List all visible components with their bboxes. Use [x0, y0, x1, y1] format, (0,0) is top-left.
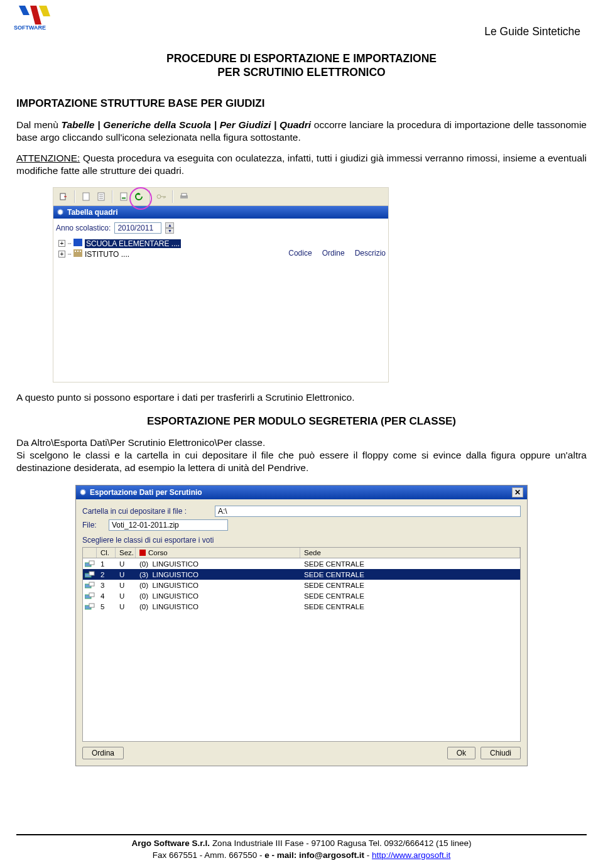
table-header: Cl. Sez. Corso Sede: [83, 548, 520, 558]
window-title: Tabella quadri: [67, 208, 117, 217]
dialog-titlebar: ✹Esportazione Dati per Scrutinio ✕: [76, 486, 527, 499]
figure-tabella-quadri: ✹ Tabella quadri Anno scolastico: 2010/2…: [53, 187, 389, 382]
col-sede: Sede: [300, 548, 520, 558]
col-sez: Sez.: [116, 548, 136, 558]
class-table: Cl. Sez. Corso Sede 1U(0) LINGUISTICOSED…: [82, 547, 521, 742]
toolbar-separator: [172, 190, 173, 203]
row-icon: [85, 592, 95, 600]
spin-up-icon[interactable]: ▲: [165, 222, 174, 228]
toolbar: [53, 188, 388, 206]
svg-text:SOFTWARE: SOFTWARE: [14, 24, 46, 31]
expand-icon[interactable]: +: [58, 251, 65, 258]
svg-rect-24: [89, 593, 94, 597]
file-input[interactable]: Voti_12-01-2011.zip: [109, 519, 228, 531]
paragraph-export-intro: A questo punto si possono esportare i da…: [16, 391, 587, 404]
cell-corso: (0) LINGUISTICO: [136, 560, 300, 568]
cell-sez: U: [116, 603, 136, 610]
tree-item-scuola-elementare[interactable]: + ┈ SCUOLA ELEMENTARE ....: [58, 239, 386, 248]
svg-point-9: [157, 195, 161, 198]
cell-cl: 4: [97, 592, 116, 600]
spinner[interactable]: ▲ ▼: [165, 222, 174, 234]
row-icon: [85, 571, 95, 578]
paragraph-menu-path2: Da Altro\Esporta Dati\Per Scrutinio Elet…: [16, 437, 587, 449]
table-row[interactable]: 3U(0) LINGUISTICOSEDE CENTRALE: [83, 580, 520, 590]
svg-rect-15: [77, 251, 79, 252]
cell-corso: (3) LINGUISTICO: [136, 571, 300, 578]
exit-icon[interactable]: [57, 190, 70, 203]
cell-cl: 5: [97, 603, 116, 610]
footer-link[interactable]: http://www.argosoft.it: [372, 850, 450, 860]
cell-corso: (0) LINGUISTICO: [136, 592, 300, 600]
print-icon[interactable]: [178, 190, 190, 203]
cartella-label: Cartella in cui depositare il file :: [82, 507, 211, 516]
cell-sede: SEDE CENTRALE: [300, 582, 520, 589]
title-line1: PROCEDURE DI ESPORTAZIONE E IMPORTAZIONE: [16, 52, 587, 66]
svg-rect-11: [182, 193, 187, 196]
cell-sez: U: [116, 582, 136, 589]
key-icon[interactable]: [155, 190, 168, 203]
chiudi-button[interactable]: Chiudi: [481, 747, 521, 759]
anno-label: Anno scolastico:: [56, 224, 111, 232]
detail-columns: Codice Ordine Descrizio: [286, 247, 388, 259]
cell-sez: U: [116, 560, 136, 568]
building-icon: [73, 249, 82, 259]
col-ordine: Ordine: [320, 247, 347, 259]
ok-button[interactable]: Ok: [447, 747, 475, 759]
cartella-input[interactable]: A:\: [215, 506, 521, 517]
col-descrizione: Descrizio: [352, 247, 388, 259]
gear-icon: ✹: [80, 488, 86, 497]
col-cl: Cl.: [97, 548, 116, 558]
footer-address: Zona Industriale III Fase - 97100 Ragusa…: [210, 838, 471, 848]
svg-rect-20: [89, 572, 94, 575]
heading-esportazione: ESPORTAZIONE PER MODULO SEGRETERIA (PER …: [16, 415, 587, 428]
para1-bold: Tabelle | Generiche della Scuola | Per G…: [62, 119, 311, 130]
tree-label: SCUOLA ELEMENTARE ....: [85, 239, 181, 248]
title-line2: PER SCRUTINIO ELETTRONICO: [16, 66, 587, 80]
page-title: PROCEDURE DI ESPORTAZIONE E IMPORTAZIONE…: [16, 52, 587, 80]
paragraph-warning: ATTENZIONE: Questa procedura va eseguita…: [16, 152, 587, 177]
cell-corso: (0) LINGUISTICO: [136, 603, 300, 610]
document-icon[interactable]: [95, 190, 107, 203]
cell-corso: (0) LINGUISTICO: [136, 582, 300, 589]
footer-sep: -: [364, 850, 372, 860]
logo-icon: SOFTWARE: [14, 3, 52, 31]
warn-label: ATTENZIONE:: [16, 153, 80, 163]
dialog-title: Esportazione Dati per Scrutinio: [90, 488, 202, 497]
col-codice: Codice: [286, 247, 314, 259]
footer-email: e - mail: info@argosoft.it: [264, 850, 364, 860]
svg-rect-26: [89, 604, 94, 607]
svg-rect-16: [80, 251, 81, 252]
window-body: Anno scolastico: 2010/2011 ▲ ▼ + ┈ SCUOL…: [53, 219, 388, 382]
cell-sede: SEDE CENTRALE: [300, 560, 520, 568]
svg-rect-13: [73, 249, 82, 257]
expand-icon[interactable]: +: [58, 240, 65, 247]
svg-rect-12: [73, 239, 82, 246]
row-icon: [85, 582, 95, 589]
file-label: File:: [82, 521, 105, 529]
cell-sede: SEDE CENTRALE: [300, 603, 520, 610]
cell-sez: U: [116, 592, 136, 600]
warn-text: Questa procedura va eseguita con oculate…: [16, 153, 587, 176]
table-row[interactable]: 5U(0) LINGUISTICOSEDE CENTRALE: [83, 601, 520, 612]
form-icon[interactable]: [117, 190, 130, 203]
recycle-icon[interactable]: [133, 190, 145, 203]
tree-label: ISTITUTO ....: [85, 250, 129, 259]
spin-down-icon[interactable]: ▼: [165, 228, 174, 234]
svg-rect-7: [121, 193, 127, 200]
para1-pre: Dal menù: [16, 119, 62, 130]
table-row[interactable]: 1U(0) LINGUISTICOSEDE CENTRALE: [83, 558, 520, 569]
svg-marker-0: [19, 6, 30, 15]
svg-rect-8: [122, 197, 126, 199]
close-icon[interactable]: ✕: [512, 487, 523, 497]
corso-icon: [139, 550, 146, 556]
folder-icon: [73, 239, 82, 248]
svg-rect-14: [75, 251, 76, 252]
section-import-title: IMPORTAZIONE STRUTTURE BASE PER GIUDIZI: [16, 97, 587, 110]
cell-cl: 1: [97, 560, 116, 568]
ordina-button[interactable]: Ordina: [82, 747, 124, 759]
page-icon[interactable]: [80, 190, 92, 203]
table-row[interactable]: 2U(3) LINGUISTICOSEDE CENTRALE: [83, 569, 520, 580]
table-row[interactable]: 4U(0) LINGUISTICOSEDE CENTRALE: [83, 590, 520, 601]
header-guide-label: Le Guide Sintetiche: [16, 25, 580, 38]
anno-input[interactable]: 2010/2011: [114, 222, 161, 234]
